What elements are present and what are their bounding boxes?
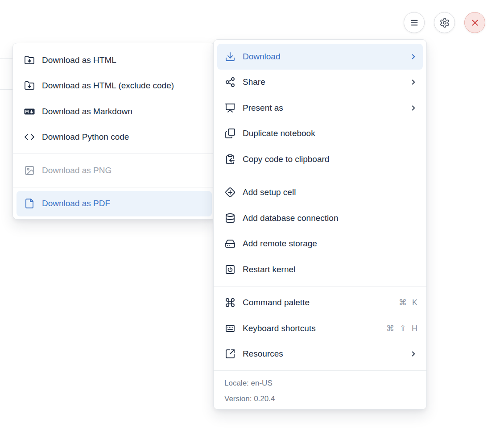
menu-item-download-as-png[interactable]: Download as PNG <box>17 158 212 183</box>
command-icon <box>225 297 235 308</box>
chevron-right-icon <box>409 104 417 112</box>
menu-item-label: Present as <box>243 103 402 113</box>
menu-item-keyboard-shortcuts[interactable]: Keyboard shortcuts ⌘ ⇧ H <box>217 315 423 341</box>
menu-divider <box>13 154 215 154</box>
menu-footer: Locale: en-US Version: 0.20.4 <box>214 370 426 407</box>
keyboard-icon <box>225 323 235 334</box>
hamburger-icon <box>409 17 420 28</box>
share-icon <box>225 77 235 87</box>
markdown-badge-icon <box>24 106 35 117</box>
menu-item-command-palette[interactable]: Command palette ⌘ K <box>217 290 423 316</box>
external-link-icon <box>225 349 235 359</box>
menu-item-download-as-pdf[interactable]: Download as PDF <box>17 191 212 217</box>
menu-item-add-database-connection[interactable]: Add database connection <box>217 205 423 231</box>
menu-item-label: Add remote storage <box>243 239 417 249</box>
keyboard-shortcut-hint: ⌘ K <box>399 298 417 307</box>
menu-item-label: Keyboard shortcuts <box>243 324 379 333</box>
menu-item-label: Restart kernel <box>243 265 417 274</box>
menu-item-resources[interactable]: Resources <box>217 341 423 367</box>
menu-item-label: Duplicate notebook <box>243 129 417 138</box>
floating-toolbar <box>404 12 485 33</box>
file-icon <box>24 198 35 209</box>
menu-item-label: Download as PNG <box>42 166 207 175</box>
menu-item-share[interactable]: Share <box>217 70 423 95</box>
menu-item-copy-code-to-clipboard[interactable]: Copy code to clipboard <box>217 146 423 172</box>
menu-item-label: Copy code to clipboard <box>243 154 417 164</box>
diamond-plus-icon <box>225 187 235 198</box>
page-background-line <box>0 89 12 90</box>
code-brackets-icon <box>24 132 35 142</box>
menu-item-label: Download as HTML (exclude code) <box>42 81 207 91</box>
menu-item-label: Download as HTML <box>42 55 207 65</box>
folder-down-icon <box>24 55 35 66</box>
chevron-right-icon <box>409 53 417 61</box>
page-background-line <box>0 58 12 59</box>
menu-item-label: Add database connection <box>243 213 417 223</box>
menu-divider <box>214 176 426 176</box>
menu-item-restart-kernel[interactable]: Restart kernel <box>217 257 423 282</box>
notebook-actions-menu: Download Share Present as Duplicate note… <box>213 39 427 410</box>
chevron-right-icon <box>409 78 417 86</box>
folder-down-icon <box>24 80 35 91</box>
download-icon <box>225 51 235 62</box>
locale-text: Locale: en-US <box>224 375 426 391</box>
settings-button[interactable] <box>434 12 455 33</box>
menu-item-add-setup-cell[interactable]: Add setup cell <box>217 180 423 206</box>
hard-drive-icon <box>225 238 235 249</box>
database-icon <box>225 213 235 224</box>
version-text: Version: 0.20.4 <box>224 391 426 407</box>
menu-item-download[interactable]: Download <box>217 44 423 70</box>
keyboard-shortcut-hint: ⌘ ⇧ H <box>386 324 417 333</box>
copy-pages-icon <box>225 128 235 139</box>
menu-item-download-as-markdown[interactable]: Download as Markdown <box>17 99 212 125</box>
menu-divider <box>13 187 215 187</box>
chevron-right-icon <box>409 350 417 358</box>
menu-item-present-as[interactable]: Present as <box>217 95 423 121</box>
menu-item-label: Download as Markdown <box>42 107 207 116</box>
close-icon <box>470 17 480 28</box>
menu-item-label: Command palette <box>243 298 392 307</box>
menu-item-label: Download Python code <box>42 132 207 142</box>
menu-item-label: Share <box>243 77 402 87</box>
menu-item-label: Add setup cell <box>243 187 417 197</box>
clipboard-arrow-icon <box>225 154 235 165</box>
menu-divider <box>214 286 426 286</box>
menu-item-download-as-html-exclude-code[interactable]: Download as HTML (exclude code) <box>17 73 212 99</box>
presentation-icon <box>225 103 235 113</box>
menu-item-duplicate-notebook[interactable]: Duplicate notebook <box>217 121 423 147</box>
menu-item-download-python-code[interactable]: Download Python code <box>17 125 212 150</box>
power-square-icon <box>225 264 235 275</box>
menu-item-label: Download <box>243 52 402 62</box>
menu-item-label: Download as PDF <box>42 199 207 208</box>
download-submenu: Download as HTML Download as HTML (exclu… <box>12 43 216 220</box>
menu-item-label: Resources <box>243 349 402 359</box>
menu-item-download-as-html[interactable]: Download as HTML <box>17 47 212 73</box>
image-icon <box>24 165 35 176</box>
gear-icon <box>439 17 450 28</box>
close-button[interactable] <box>464 12 485 33</box>
notebook-menu-button[interactable] <box>404 12 425 33</box>
menu-item-add-remote-storage[interactable]: Add remote storage <box>217 231 423 257</box>
